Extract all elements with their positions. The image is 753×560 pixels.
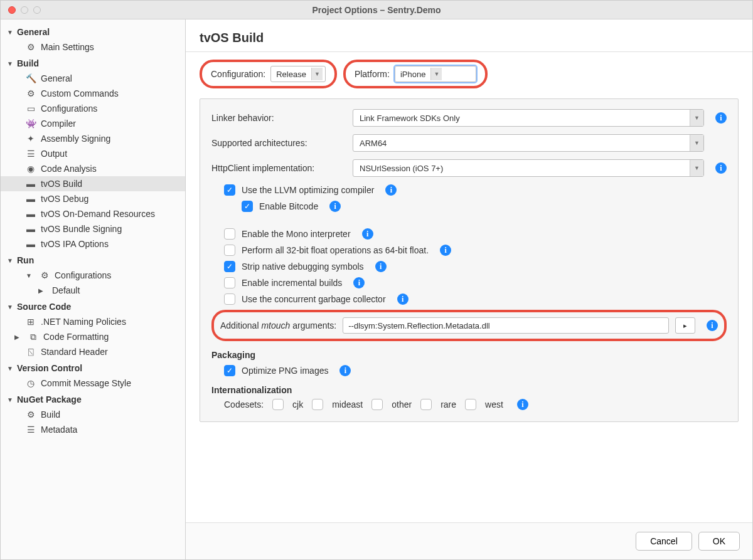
sidebar-item-tvos-build[interactable]: ▬tvOS Build: [1, 176, 185, 191]
page-title: tvOS Build: [186, 19, 752, 52]
grid-icon: ⊞: [26, 317, 36, 327]
http-select[interactable]: NSUrlSession (iOS 7+)▼: [353, 159, 704, 177]
tv-icon: ▬: [26, 194, 36, 204]
gear-icon: ⚙: [40, 270, 50, 280]
linker-label: Linker behavior:: [211, 113, 346, 123]
info-icon[interactable]: i: [353, 277, 365, 288]
sidebar-item-main-settings[interactable]: ⚙ Main Settings: [1, 40, 185, 55]
window-title: Project Options – Sentry.Demo: [1, 5, 752, 15]
info-icon[interactable]: i: [707, 320, 718, 331]
mtouch-input[interactable]: --dlsym:System.Reflection.Metadata.dll: [343, 317, 669, 334]
info-icon[interactable]: i: [440, 245, 451, 256]
sidebar-item-configurations-run[interactable]: ▼⚙Configurations: [1, 268, 185, 283]
incremental-checkbox[interactable]: [224, 277, 235, 288]
sidebar-section-general[interactable]: ▼General: [1, 24, 185, 40]
mideast-checkbox[interactable]: [312, 399, 323, 410]
build-panel: Linker behavior: Link Framework SDKs Onl…: [200, 98, 739, 422]
sidebar-item-tvos-ondemand[interactable]: ▬tvOS On-Demand Resources: [1, 206, 185, 221]
sidebar-item-commit-style[interactable]: ◷Commit Message Style: [1, 376, 185, 391]
info-icon[interactable]: i: [339, 365, 351, 376]
platform-label: Platform:: [355, 69, 390, 79]
info-icon[interactable]: i: [517, 399, 528, 410]
sidebar-item-configurations[interactable]: ▭Configurations: [1, 101, 185, 116]
header-icon: ⍂: [26, 347, 36, 357]
sidebar-item-tvos-debug[interactable]: ▬tvOS Debug: [1, 191, 185, 206]
chevron-down-icon: ▼: [690, 135, 703, 151]
sidebar-item-custom-commands[interactable]: ⚙Custom Commands: [1, 86, 185, 101]
arch-select[interactable]: ARM64▼: [353, 134, 704, 152]
mtouch-expand-button[interactable]: ▸: [675, 317, 695, 334]
gear-icon: ⚙: [26, 409, 36, 420]
info-icon[interactable]: i: [375, 261, 387, 272]
bitcode-checkbox[interactable]: ✓: [242, 201, 253, 212]
chevron-down-icon: ▼: [311, 68, 323, 80]
i18n-heading: Internationalization: [211, 385, 727, 395]
rare-checkbox[interactable]: [420, 399, 432, 410]
info-icon[interactable]: i: [329, 201, 341, 212]
llvm-checkbox[interactable]: ✓: [224, 184, 235, 196]
sidebar-section-nuget[interactable]: ▼NuGet Package: [1, 392, 185, 407]
tv-icon: ▬: [26, 179, 36, 189]
packaging-heading: Packaging: [211, 350, 727, 360]
mtouch-label: Additional mtouch arguments:: [220, 320, 336, 330]
http-label: HttpClient implementation:: [211, 163, 346, 173]
sidebar-section-version-control[interactable]: ▼Version Control: [1, 361, 185, 376]
sidebar-item-naming[interactable]: ⊞.NET Naming Policies: [1, 314, 185, 329]
gear-icon: ⚙: [26, 42, 36, 52]
platform-select[interactable]: iPhone ▼: [395, 66, 476, 82]
ok-button[interactable]: OK: [698, 532, 740, 551]
other-checkbox[interactable]: [371, 399, 383, 410]
content-pane: tvOS Build Configuration: Release ▼ Plat…: [186, 19, 752, 559]
configuration-select[interactable]: Release ▼: [270, 66, 326, 82]
strip-checkbox[interactable]: ✓: [224, 261, 235, 272]
sidebar-section-build[interactable]: ▼Build: [1, 56, 185, 71]
linker-select[interactable]: Link Framework SDKs Only▼: [353, 109, 704, 127]
cancel-button[interactable]: Cancel: [636, 532, 692, 551]
cjk-checkbox[interactable]: [272, 399, 284, 410]
sidebar-item-code-formatting[interactable]: ▶⧉Code Formatting: [1, 329, 185, 344]
optimize-png-label: Optimize PNG images: [242, 366, 328, 376]
info-icon[interactable]: i: [362, 228, 373, 240]
doc-icon: ☰: [26, 149, 36, 159]
check-icon: ◷: [26, 378, 36, 388]
tv-icon: ▬: [26, 209, 36, 219]
chevron-down-icon: ▼: [690, 110, 703, 126]
sidebar-item-assembly-signing[interactable]: ✦Assembly Signing: [1, 131, 185, 146]
sidebar-item-tvos-bundle-signing[interactable]: ▬tvOS Bundle Signing: [1, 221, 185, 236]
incremental-label: Enable incremental builds: [242, 278, 342, 288]
doc-icon: ⧉: [28, 332, 38, 342]
target-icon: ◉: [26, 164, 36, 174]
mono-label: Enable the Mono interpreter: [242, 229, 351, 239]
sidebar-item-tvos-ipa[interactable]: ▬tvOS IPA Options: [1, 236, 185, 251]
doc-icon: ☰: [26, 425, 36, 435]
arch-label: Supported architectures:: [211, 138, 346, 148]
float-label: Perform all 32-bit float operations as 6…: [242, 245, 429, 255]
sidebar-item-compiler[interactable]: 👾Compiler: [1, 116, 185, 131]
codesets-label: Codesets:: [224, 399, 264, 409]
sidebar-item-default[interactable]: ▶Default: [1, 283, 185, 298]
info-icon[interactable]: i: [385, 184, 397, 196]
gc-checkbox[interactable]: [224, 293, 235, 305]
info-icon[interactable]: i: [397, 293, 409, 305]
sidebar-item-code-analysis[interactable]: ◉Code Analysis: [1, 161, 185, 176]
float-checkbox[interactable]: [224, 245, 235, 256]
tv-icon: ▬: [26, 224, 36, 234]
robot-icon: 👾: [26, 119, 36, 129]
tv-icon: ▬: [26, 239, 36, 249]
sidebar-item-build-general[interactable]: 🔨General: [1, 71, 185, 86]
chevron-down-icon: ▼: [690, 160, 703, 176]
sidebar-item-nuget-build[interactable]: ⚙Build: [1, 407, 185, 422]
llvm-label: Use the LLVM optimizing compiler: [242, 185, 374, 195]
mono-checkbox[interactable]: [224, 228, 235, 240]
info-icon[interactable]: i: [715, 112, 727, 124]
footer: Cancel OK: [186, 522, 752, 559]
optimize-png-checkbox[interactable]: ✓: [224, 365, 235, 376]
sidebar-section-source-code[interactable]: ▼Source Code: [1, 299, 185, 314]
sidebar-item-output[interactable]: ☰Output: [1, 146, 185, 161]
sidebar-item-nuget-metadata[interactable]: ☰Metadata: [1, 422, 185, 437]
sidebar-section-run[interactable]: ▼Run: [1, 253, 185, 268]
sidebar-item-standard-header[interactable]: ⍂Standard Header: [1, 344, 185, 359]
gear-icon: ⚙: [26, 88, 36, 98]
west-checkbox[interactable]: [465, 399, 476, 410]
info-icon[interactable]: i: [715, 162, 727, 174]
